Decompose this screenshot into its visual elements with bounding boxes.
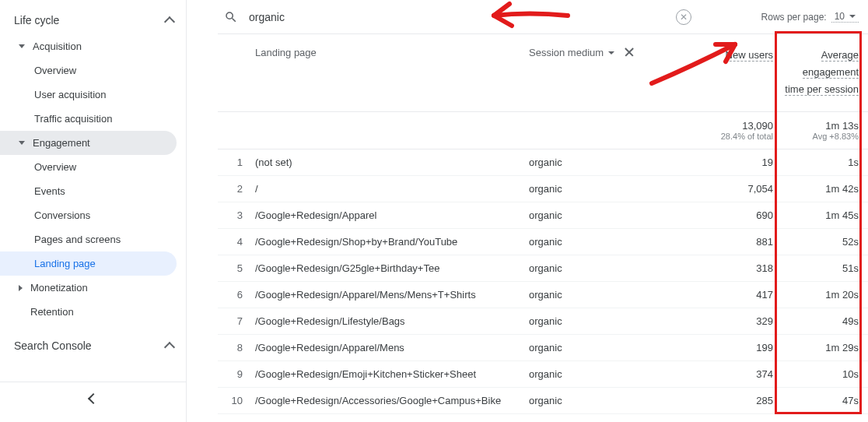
cell-avg-engagement: 1m 20s [782,289,868,301]
cell-landing-page: (not set) [255,156,292,168]
chevron-up-icon [164,342,175,353]
cell-landing-page: /Google+Redesign/Apparel [255,209,376,221]
sidebar-section-label: Search Console [14,339,92,352]
cell-avg-engagement: 1m 29s [782,342,868,353]
sidebar-item-label: Pages and screens [34,234,121,245]
triangle-down-icon [849,15,856,18]
cell-new-users: 199 [697,342,782,353]
cell-avg-engagement: 1m 45s [782,209,868,221]
sidebar-item-label: Monetization [30,282,88,294]
cell-new-users: 881 [697,236,782,248]
cell-new-users: 690 [697,209,782,221]
rows-per-page-select[interactable]: 10 [831,11,859,23]
cell-landing-page: /Google+Redesign/Apparel/Mens/Mens+T+Shi… [255,289,476,301]
row-number: 5 [218,262,255,274]
sidebar-item-landing-page[interactable]: Landing page [0,251,177,276]
table-row[interactable]: 1(not set)organic191s [218,149,868,176]
chevron-left-icon [87,392,98,403]
cell-session-medium: organic [529,236,665,248]
cell-avg-engagement: 52s [782,236,868,248]
table-row[interactable]: 6/Google+Redesign/Apparel/Mens/Mens+T+Sh… [218,282,868,308]
sidebar-collapse-button[interactable] [0,382,186,414]
cell-new-users: 19 [697,156,782,168]
sidebar-item-label: Conversions [34,209,90,221]
sidebar-item-conversions[interactable]: Conversions [0,203,177,227]
sidebar-section-search-console[interactable]: Search Console [0,332,186,360]
column-header-new-users[interactable]: New users [726,49,773,62]
cell-new-users: 417 [697,289,782,301]
sidebar-item-label: Traffic acquisition [34,113,112,125]
sidebar-item-events[interactable]: Events [0,179,177,203]
row-number: 4 [218,236,255,248]
sidebar-item-engagement[interactable]: Engagement [0,131,177,155]
sidebar-item-monetization[interactable]: Monetization [0,276,177,300]
cell-landing-page: /Google+Redesign/Accessories/Google+Camp… [255,395,501,406]
table-body: 1(not set)organic191s2/organic7,0541m 42… [218,149,868,414]
row-number: 2 [218,183,255,195]
sidebar-section-lifecycle[interactable]: Life cycle [0,6,186,34]
row-number: 8 [218,342,255,353]
row-number: 1 [218,156,255,168]
cell-avg-engagement: 10s [782,368,868,380]
cell-avg-engagement: 47s [782,395,868,406]
sidebar-item-label: Events [34,185,65,197]
cell-landing-page: /Google+Redesign/Shop+by+Brand/YouTube [255,236,457,248]
rows-per-page-label: Rows per page: [761,12,827,23]
sidebar-item-acquisition[interactable]: Acquisition [0,34,177,58]
table-row[interactable]: 10/Google+Redesign/Accessories/Google+Ca… [218,388,868,414]
column-header-landing-page[interactable]: Landing page [218,47,529,58]
cell-avg-engagement: 51s [782,262,868,274]
search-row: ✕ Rows per page: 10 [218,0,868,34]
total-avg-engagement-delta: Avg +8.83% [782,132,859,141]
cell-session-medium: organic [529,262,665,274]
sidebar-section-label: Life cycle [14,14,59,26]
sidebar-item-traffic-acquisition[interactable]: Traffic acquisition [0,107,177,131]
table-row[interactable]: 9/Google+Redesign/Emoji+Kitchen+Sticker+… [218,361,868,388]
row-number: 10 [218,395,255,406]
cell-avg-engagement: 1s [782,156,868,168]
sidebar-item-eng-overview[interactable]: Overview [0,155,177,179]
sidebar-item-label: Landing page [34,258,96,269]
cell-session-medium: organic [529,368,665,380]
clear-search-button[interactable]: ✕ [676,9,691,25]
remove-dimension-button[interactable] [624,47,635,58]
table-row[interactable]: 7/Google+Redesign/Lifestyle/Bagsorganic3… [218,308,868,335]
triangle-right-icon [19,285,23,291]
table-header-row: Landing page Session medium New users Av… [218,34,868,112]
sidebar: Life cycle Acquisition Overview User acq… [0,0,187,422]
sidebar-item-label: Overview [34,161,76,173]
close-icon: ✕ [680,12,688,22]
cell-landing-page: /Google+Redesign/Apparel/Mens [255,342,404,353]
cell-avg-engagement: 1m 42s [782,183,868,195]
total-new-users: 13,090 [697,120,773,132]
sidebar-item-user-acquisition[interactable]: User acquisition [0,83,177,107]
triangle-down-icon [19,44,25,48]
triangle-down-icon [19,141,25,145]
dimension-session-medium[interactable]: Session medium [529,47,614,58]
sidebar-item-label: Overview [34,65,76,76]
cell-session-medium: organic [529,183,665,195]
cell-session-medium: organic [529,395,665,406]
cell-avg-engagement: 49s [782,315,868,327]
sidebar-item-acq-overview[interactable]: Overview [0,58,177,83]
cell-new-users: 318 [697,262,782,274]
cell-landing-page: /Google+Redesign/Emoji+Kitchen+Sticker+S… [255,368,476,380]
row-number: 3 [218,209,255,221]
table-row[interactable]: 2/organic7,0541m 42s [218,176,868,202]
dimension-label: Session medium [529,47,604,58]
sidebar-item-label: Engagement [33,137,90,149]
search-input[interactable] [249,11,676,23]
sidebar-item-label: Acquisition [33,40,82,52]
cell-session-medium: organic [529,209,665,221]
table-row[interactable]: 4/Google+Redesign/Shop+by+Brand/YouTubeo… [218,229,868,255]
cell-new-users: 374 [697,368,782,380]
table-row[interactable]: 5/Google+Redesign/G25gle+Birthday+Teeorg… [218,255,868,282]
table-row[interactable]: 8/Google+Redesign/Apparel/Mensorganic199… [218,335,868,361]
sidebar-item-retention[interactable]: Retention [0,300,177,324]
triangle-down-icon [608,51,614,55]
sidebar-item-pages-screens[interactable]: Pages and screens [0,227,177,251]
cell-session-medium: organic [529,342,665,353]
table-row[interactable]: 3/Google+Redesign/Apparelorganic6901m 45… [218,202,868,229]
cell-landing-page: / [255,183,258,195]
column-header-avg-engagement[interactable]: Average engagement time per session [785,49,859,96]
